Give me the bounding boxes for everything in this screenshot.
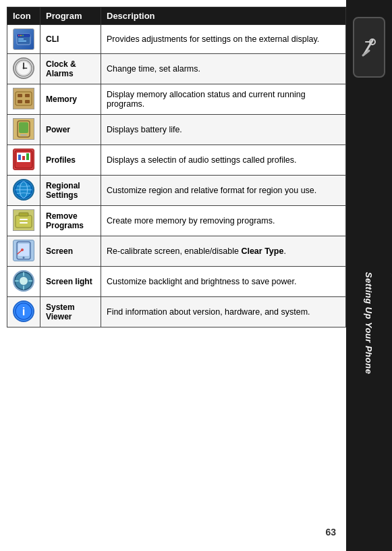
table-row: RemoveProgramsCreate more memory by remo… bbox=[7, 206, 346, 236]
col-header-program: Program bbox=[40, 7, 101, 25]
clear-type-label: Clear Type bbox=[241, 246, 283, 256]
program-name: Profiles bbox=[46, 155, 76, 165]
svg-point-36 bbox=[21, 248, 24, 251]
icon-cell bbox=[7, 206, 40, 236]
col-header-icon: Icon bbox=[7, 7, 40, 25]
table-row: MemoryDisplay memory allocation status a… bbox=[7, 84, 346, 115]
svg-point-11 bbox=[23, 68, 25, 70]
program-name: Screen bbox=[46, 246, 73, 256]
icon-remove bbox=[13, 209, 34, 231]
table-row: CLIProvides adjustments for settings on … bbox=[7, 25, 346, 54]
icon-cell: i bbox=[7, 297, 40, 327]
program-name: RegionalSettings bbox=[46, 181, 80, 200]
settings-table: Icon Program Description CLIProvides adj… bbox=[7, 7, 346, 327]
col-header-description: Description bbox=[101, 7, 346, 25]
phone-icon-container bbox=[351, 14, 388, 81]
table-row: Clock & AlarmsChange time, set alarms. bbox=[7, 54, 346, 84]
program-cell: CLI bbox=[40, 25, 101, 54]
right-sidebar: Setting Up Your Phone bbox=[346, 0, 392, 551]
program-cell: Power bbox=[40, 115, 101, 145]
icon-profiles bbox=[13, 149, 34, 170]
icon-cell bbox=[7, 267, 40, 297]
desc-cell: Re-calibrate screen, enable/disable Clea… bbox=[101, 236, 346, 267]
icon-sysviewer: i bbox=[13, 300, 34, 322]
icon-cell bbox=[7, 236, 40, 267]
program-name: SystemViewer bbox=[46, 303, 75, 321]
svg-point-38 bbox=[20, 277, 28, 285]
table-row: ProfilesDisplays a selectin of audio set… bbox=[7, 145, 346, 176]
phone-illustration bbox=[353, 17, 385, 78]
svg-text:i: i bbox=[22, 305, 26, 318]
program-cell: Memory bbox=[40, 84, 101, 115]
icon-cell bbox=[7, 115, 40, 145]
icon-screenlight bbox=[13, 270, 34, 292]
page-container: Icon Program Description CLIProvides adj… bbox=[0, 0, 392, 551]
svg-rect-23 bbox=[22, 156, 25, 160]
program-cell: SystemViewer bbox=[40, 297, 101, 327]
icon-cell bbox=[7, 84, 40, 115]
program-name: Power bbox=[46, 125, 70, 134]
program-name: Memory bbox=[46, 95, 77, 104]
icon-clock bbox=[13, 57, 34, 79]
table-row: Screen lightCustomize backlight and brig… bbox=[7, 267, 346, 297]
wrench-icon bbox=[359, 37, 379, 57]
rotated-text-container: Setting Up Your Phone bbox=[318, 95, 392, 551]
icon-cell bbox=[7, 25, 40, 54]
program-name: RemovePrograms bbox=[46, 211, 84, 230]
desc-cell: Displays a selectin of audio settings ca… bbox=[101, 145, 346, 176]
icon-power bbox=[13, 118, 34, 140]
svg-rect-14 bbox=[25, 94, 30, 97]
svg-point-3 bbox=[20, 35, 22, 36]
desc-cell: Provides adjustments for settings on the… bbox=[101, 25, 346, 54]
program-cell: Profiles bbox=[40, 145, 101, 176]
bottom-section: 63 bbox=[7, 327, 346, 544]
table-row: ScreenRe-calibrate screen, enable/disabl… bbox=[7, 236, 346, 267]
svg-rect-6 bbox=[18, 41, 26, 42]
icon-cell bbox=[7, 54, 40, 84]
program-name: Clock & Alarms bbox=[46, 59, 76, 78]
program-name: CLI bbox=[46, 34, 59, 44]
desc-cell: Find information about version, hardware… bbox=[101, 297, 346, 327]
svg-rect-19 bbox=[20, 134, 27, 136]
program-name: Screen light bbox=[46, 277, 92, 286]
svg-rect-16 bbox=[25, 100, 30, 103]
desc-cell: Change time, set alarms. bbox=[101, 54, 346, 84]
icon-regional bbox=[13, 179, 34, 201]
table-row: i SystemViewerFind information about ver… bbox=[7, 297, 346, 327]
svg-rect-12 bbox=[16, 92, 32, 105]
svg-rect-5 bbox=[18, 38, 24, 40]
svg-rect-28 bbox=[16, 215, 32, 228]
icon-memory bbox=[13, 88, 34, 109]
program-cell: Screen bbox=[40, 236, 101, 267]
main-content: Icon Program Description CLIProvides adj… bbox=[0, 0, 346, 551]
table-row: PowerDisplays battery life. bbox=[7, 115, 346, 145]
svg-point-2 bbox=[18, 35, 20, 36]
desc-cell: Display memory allocation status and cur… bbox=[101, 84, 346, 115]
program-cell: RemovePrograms bbox=[40, 206, 101, 236]
svg-rect-13 bbox=[18, 94, 22, 97]
icon-cell bbox=[7, 176, 40, 206]
svg-rect-29 bbox=[19, 213, 28, 216]
svg-rect-24 bbox=[26, 153, 29, 160]
icon-cell bbox=[7, 145, 40, 176]
svg-point-34 bbox=[23, 257, 25, 259]
table-row: RegionalSettingsCustomize region and rel… bbox=[7, 176, 346, 206]
icon-cli bbox=[13, 28, 34, 50]
program-cell: RegionalSettings bbox=[40, 176, 101, 206]
program-cell: Screen light bbox=[40, 267, 101, 297]
svg-rect-18 bbox=[19, 122, 28, 133]
svg-rect-22 bbox=[18, 155, 21, 160]
sidebar-title: Setting Up Your Phone bbox=[364, 271, 374, 373]
svg-point-4 bbox=[22, 35, 24, 36]
desc-cell: Customize backlight and brightness to sa… bbox=[101, 267, 346, 297]
program-cell: Clock & Alarms bbox=[40, 54, 101, 84]
icon-screen bbox=[13, 240, 34, 261]
desc-cell: Displays battery life. bbox=[101, 115, 346, 145]
desc-cell: Customize region and relative format for… bbox=[101, 176, 346, 206]
desc-cell: Create more memory by removing programs. bbox=[101, 206, 346, 236]
svg-rect-15 bbox=[18, 100, 22, 103]
